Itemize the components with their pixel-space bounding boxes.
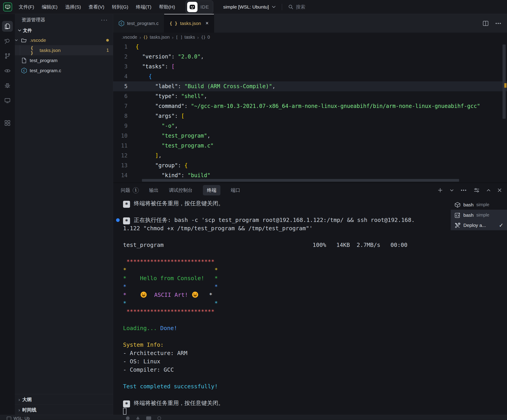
code-text: "label": "Build (ARM Cross-Compile)",: [136, 81, 275, 91]
panel-tab-问题[interactable]: 问题1: [121, 187, 139, 193]
activity-explorer[interactable]: [1, 19, 14, 34]
code-line-9[interactable]: 9 "-o",: [113, 121, 507, 131]
files-section-header[interactable]: 文件: [15, 26, 113, 35]
task-icon: [454, 212, 461, 218]
code-line-6[interactable]: 6 "type": "shell",: [113, 91, 507, 101]
remote-label: WSL: Ub: [14, 416, 30, 420]
terminal-line: Loading... Done!: [123, 324, 451, 332]
panel-tab-输出[interactable]: 输出: [149, 187, 159, 193]
tree-item-tasks-json[interactable]: { }tasks.json1: [15, 45, 113, 55]
menu-item[interactable]: 终端(T): [132, 2, 155, 12]
breadcrumb[interactable]: .vscode›{}tasks.json›[ ]tasks›{}0: [113, 33, 507, 42]
status-rect-icon[interactable]: [146, 416, 151, 420]
code-line-10[interactable]: 10 "test_program",: [113, 131, 507, 141]
sidebar-section-时间线[interactable]: ›时间线: [15, 405, 113, 415]
menu-item[interactable]: 编辑(E): [38, 2, 61, 12]
terminal-line: * *: [123, 299, 451, 307]
launch-config-icon[interactable]: [474, 188, 479, 193]
code-line-2[interactable]: 2 "version": "2.0.0",: [113, 52, 507, 62]
folder-open-icon: [21, 38, 28, 43]
editor-horizontal-scrollbar[interactable]: [142, 179, 459, 182]
code-text: "type": "shell",: [136, 91, 207, 101]
status-warning-icon[interactable]: [136, 416, 140, 420]
status-icons: [126, 416, 161, 420]
editor-vertical-scrollbar[interactable]: [502, 44, 506, 119]
tree-item-label: tasks.json: [40, 48, 61, 53]
sidebar-section-大纲[interactable]: ›大纲: [15, 394, 113, 405]
maximize-panel-icon[interactable]: [487, 189, 490, 191]
panel-tab-端口[interactable]: 端口: [231, 187, 240, 193]
menu-item[interactable]: 选择(S): [61, 2, 85, 12]
status-ports-icon[interactable]: [157, 416, 161, 420]
code-text: "group": {: [136, 161, 188, 170]
tree-item-test-program[interactable]: test_program: [15, 55, 113, 65]
line-number: 14: [113, 170, 136, 180]
sidebar-actions-icon[interactable]: ···: [101, 19, 108, 21]
terminal-dropdown-icon[interactable]: [450, 189, 453, 191]
menu-item[interactable]: 转到(G): [108, 2, 132, 12]
code-line-1[interactable]: 1{: [113, 42, 507, 52]
section-label: 时间线: [22, 407, 36, 413]
tree-item-test-program-c[interactable]: Ctest_program.c: [15, 65, 113, 76]
terminal-name: bash: [463, 202, 474, 208]
activity-source-control[interactable]: [1, 49, 14, 63]
app-logo-icon[interactable]: [3, 2, 12, 12]
new-terminal-icon[interactable]: [437, 188, 443, 193]
terminal-list-item-bash[interactable]: bashsimple: [451, 200, 507, 210]
menu-item[interactable]: 查看(V): [85, 2, 108, 12]
split-editor-icon[interactable]: [483, 21, 489, 26]
breadcrumb-label: tasks.json: [150, 35, 169, 40]
tree-item-label: test_program: [30, 58, 58, 63]
ide-button[interactable]: IDE: [186, 0, 213, 14]
activity-search[interactable]: [1, 34, 14, 49]
panel-more-icon[interactable]: [461, 189, 466, 191]
activity-debug[interactable]: [1, 78, 14, 93]
menu-item[interactable]: 帮助(H): [155, 2, 179, 12]
terminal-list-item-deploy-a-[interactable]: Deploy a...✓: [451, 220, 507, 230]
close-panel-icon[interactable]: [498, 188, 502, 192]
code-line-8[interactable]: 8 "args": [: [113, 111, 507, 121]
editor-tab-test-program-c[interactable]: Ctest_program.c: [113, 14, 164, 33]
tools-icon: [454, 222, 461, 228]
code-line-7[interactable]: 7 "command": "~/gcc-arm-10.3-2021.07-x86…: [113, 101, 507, 111]
tree-item--vscode[interactable]: .vscode: [15, 35, 113, 45]
more-actions-icon[interactable]: [495, 22, 501, 24]
terminal-output[interactable]: *终端将被任务重用，按任意键关闭。*正在执行任务: bash -c 'scp t…: [113, 197, 451, 415]
files-section-label: 文件: [23, 28, 32, 34]
smiley-emoji-icon: [192, 292, 198, 298]
code-text: {: [136, 71, 152, 81]
terminal-line: **************************: [123, 258, 451, 266]
menu-item[interactable]: 文件(F): [15, 2, 38, 12]
code-line-12[interactable]: 12 ],: [113, 151, 507, 161]
tab-label: tasks.json: [180, 21, 201, 26]
status-circle-icon[interactable]: [126, 416, 130, 420]
close-tab-icon[interactable]: ×: [206, 20, 209, 26]
tab-label: test_program.c: [127, 21, 159, 26]
line-number: 5: [113, 81, 136, 91]
breadcrumb-item[interactable]: [ ]tasks: [176, 35, 195, 40]
activity-preview[interactable]: [1, 63, 14, 78]
code-line-5[interactable]: 5 "label": "Build (ARM Cross-Compile)",: [113, 81, 507, 91]
code-line-11[interactable]: 11 "test_program.c": [113, 141, 507, 151]
code-line-3[interactable]: 3 "tasks": [: [113, 62, 507, 71]
breadcrumb-item[interactable]: {}tasks.json: [143, 35, 169, 40]
terminal-line: [123, 208, 451, 216]
panel-tab-调试控制台[interactable]: 调试控制台: [169, 187, 193, 193]
workspace-switcher[interactable]: simple [WSL: Ubuntu]: [223, 4, 275, 10]
symbol-icon: {}: [201, 35, 206, 40]
eye-icon: [2, 65, 13, 76]
command-decoration-dot[interactable]: [116, 218, 120, 222]
breadcrumb-item[interactable]: .vscode: [122, 35, 137, 40]
search-box[interactable]: 搜索: [288, 4, 305, 10]
breadcrumb-item[interactable]: {}0: [201, 35, 210, 40]
code-editor[interactable]: 1{2 "version": "2.0.0",3 "tasks": [4 {5 …: [113, 42, 507, 182]
remote-indicator[interactable]: WSL: Ub: [7, 416, 30, 420]
activity-extensions[interactable]: [1, 116, 14, 130]
panel-tab-终端[interactable]: 终端: [203, 185, 220, 195]
code-line-4[interactable]: 4 {: [113, 71, 507, 81]
terminal-list-item-bash[interactable]: bashsimple: [451, 210, 507, 220]
chevron-right-icon: ›: [18, 397, 20, 402]
editor-tab-tasks-json[interactable]: { }tasks.json×: [164, 14, 214, 33]
code-line-13[interactable]: 13 "group": {: [113, 161, 507, 170]
activity-remote-explorer[interactable]: [1, 93, 14, 108]
